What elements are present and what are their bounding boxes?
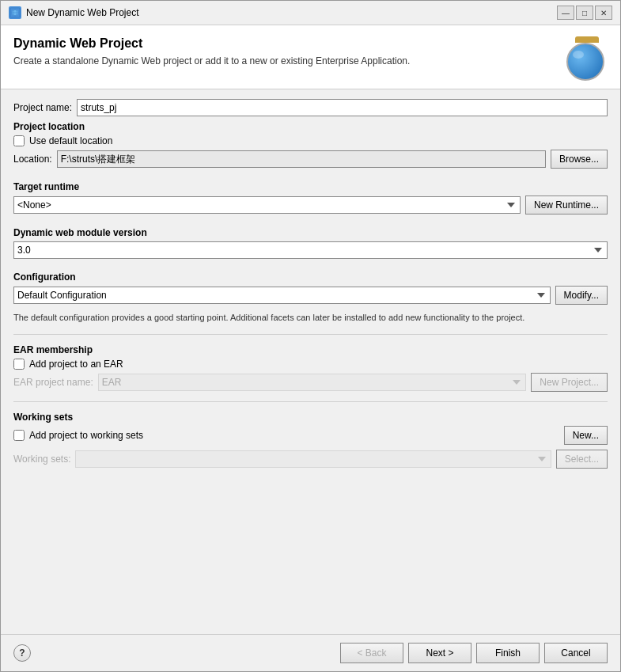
- target-runtime-section-label: Target runtime: [13, 181, 608, 192]
- globe-icon: [566, 43, 604, 81]
- add-ear-label: Add project to an EAR: [29, 359, 123, 370]
- title-bar: New Dynamic Web Project — □ ✕: [1, 1, 620, 25]
- window-title: New Dynamic Web Project: [26, 7, 552, 18]
- add-working-sets-checkbox[interactable]: [13, 430, 25, 441]
- ear-project-name-label: EAR project name:: [13, 377, 93, 388]
- use-default-location-row: Use default location: [13, 135, 608, 146]
- browse-button[interactable]: Browse...: [551, 150, 608, 169]
- add-working-sets-label: Add project to working sets: [29, 430, 143, 441]
- section-divider-2: [13, 401, 608, 402]
- next-button[interactable]: Next >: [408, 643, 471, 663]
- new-project-button: New Project...: [531, 373, 608, 392]
- working-sets-dropdown: [75, 450, 551, 468]
- use-default-location-label: Use default location: [29, 135, 112, 146]
- config-info-text: The default configuration provides a goo…: [13, 311, 608, 325]
- dynamic-web-module-dropdown[interactable]: 3.0: [13, 241, 608, 259]
- header-title: Dynamic Web Project: [13, 36, 410, 51]
- location-input[interactable]: [57, 150, 546, 168]
- configuration-section-label: Configuration: [13, 271, 608, 283]
- working-sets-field-label: Working sets:: [13, 454, 70, 465]
- header-icon-container: [566, 36, 608, 78]
- configuration-dropdown[interactable]: Default Configuration: [13, 287, 551, 304]
- project-name-input[interactable]: [77, 99, 608, 116]
- close-button[interactable]: ✕: [595, 6, 612, 20]
- ear-project-name-row: EAR project name: EAR New Project...: [13, 373, 608, 392]
- add-working-sets-row: Add project to working sets New...: [13, 426, 608, 445]
- new-runtime-button[interactable]: New Runtime...: [525, 196, 608, 215]
- new-working-sets-button[interactable]: New...: [564, 426, 608, 445]
- finish-button[interactable]: Finish: [476, 643, 540, 663]
- maximize-button[interactable]: □: [576, 6, 593, 20]
- jar-lid: [575, 36, 599, 43]
- target-runtime-dropdown[interactable]: <None>: [13, 196, 521, 214]
- configuration-row: Default Configuration Modify...: [13, 286, 608, 305]
- modify-button[interactable]: Modify...: [555, 286, 608, 305]
- help-button[interactable]: ?: [13, 644, 31, 662]
- project-name-label: Project name:: [13, 102, 72, 113]
- title-bar-controls: — □ ✕: [557, 6, 612, 20]
- dynamic-web-module-row: 3.0: [13, 241, 608, 259]
- project-name-row: Project name:: [13, 99, 608, 116]
- footer: ? < Back Next > Finish Cancel: [1, 634, 620, 671]
- header-text: Dynamic Web Project Create a standalone …: [13, 36, 410, 66]
- section-divider-1: [13, 334, 608, 335]
- header-section: Dynamic Web Project Create a standalone …: [1, 25, 620, 89]
- minimize-button[interactable]: —: [557, 6, 574, 20]
- add-ear-checkbox[interactable]: [13, 359, 25, 370]
- ear-project-dropdown: EAR: [98, 374, 527, 391]
- ear-membership-section-label: EAR membership: [13, 344, 608, 355]
- location-row: Location: Browse...: [13, 150, 608, 169]
- cancel-button[interactable]: Cancel: [544, 643, 608, 663]
- header-subtitle: Create a standalone Dynamic Web project …: [13, 55, 410, 66]
- add-working-sets-checkbox-row: Add project to working sets: [13, 430, 559, 441]
- dialog-window: New Dynamic Web Project — □ ✕ Dynamic We…: [0, 0, 621, 672]
- dynamic-web-module-section-label: Dynamic web module version: [13, 227, 608, 238]
- window-icon: [9, 6, 21, 19]
- working-sets-section-label: Working sets: [13, 412, 608, 423]
- content-area: Project name: Project location Use defau…: [1, 89, 620, 634]
- location-label: Location:: [13, 154, 52, 165]
- use-default-location-checkbox[interactable]: [13, 135, 25, 146]
- add-ear-row: Add project to an EAR: [13, 359, 608, 370]
- target-runtime-row: <None> New Runtime...: [13, 196, 608, 215]
- select-button: Select...: [556, 450, 608, 469]
- back-button[interactable]: < Back: [340, 643, 403, 663]
- project-location-label: Project location: [13, 121, 608, 132]
- working-sets-input-row: Working sets: Select...: [13, 450, 608, 469]
